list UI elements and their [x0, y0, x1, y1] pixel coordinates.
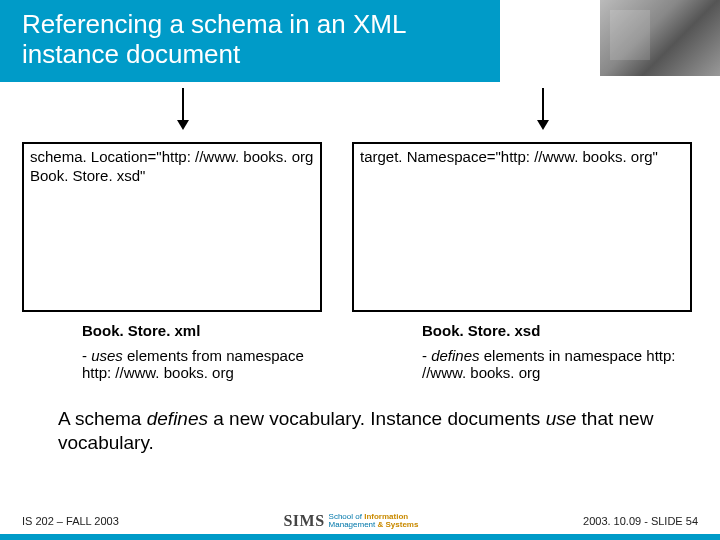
summary-text: A schema defines a new vocabulary. Insta… [58, 407, 662, 455]
arrow-down-icon [182, 88, 184, 128]
instance-caption: Book. Store. xml - uses elements from na… [22, 322, 322, 381]
slide: { "title": "Referencing a schema in an X… [0, 0, 720, 540]
instance-box-text: schema. Location="http: //www. books. or… [30, 148, 313, 184]
footer: IS 202 – FALL 2003 SIMS School of Inform… [0, 512, 720, 530]
footer-accent-bar [0, 534, 720, 540]
captions-row: Book. Store. xml - uses elements from na… [22, 322, 698, 381]
footer-logo: SIMS School of Information Management & … [283, 512, 418, 530]
schema-desc: - defines elements in namespace http: //… [422, 347, 692, 381]
footer-right: 2003. 10.09 - SLIDE 54 [583, 515, 698, 527]
arrows [22, 82, 698, 142]
instance-desc: - uses elements from namespace http: //w… [82, 347, 322, 381]
decorative-image [600, 0, 720, 76]
schema-caption: Book. Store. xsd - defines elements in n… [352, 322, 692, 381]
footer-left: IS 202 – FALL 2003 [22, 515, 119, 527]
logo-tagline: School of Information Management & Syste… [329, 513, 419, 529]
arrow-down-icon [542, 88, 544, 128]
schema-box-text: target. Namespace="http: //www. books. o… [360, 148, 658, 165]
content-area: schema. Location="http: //www. books. or… [0, 82, 720, 455]
slide-title: Referencing a schema in an XML instance … [22, 10, 478, 70]
logo-text: SIMS [283, 512, 324, 530]
instance-filename: Book. Store. xml [82, 322, 322, 339]
box-row: schema. Location="http: //www. books. or… [22, 142, 698, 312]
instance-box: schema. Location="http: //www. books. or… [22, 142, 322, 312]
title-bar: Referencing a schema in an XML instance … [0, 0, 500, 82]
schema-filename: Book. Store. xsd [422, 322, 692, 339]
schema-box: target. Namespace="http: //www. books. o… [352, 142, 692, 312]
